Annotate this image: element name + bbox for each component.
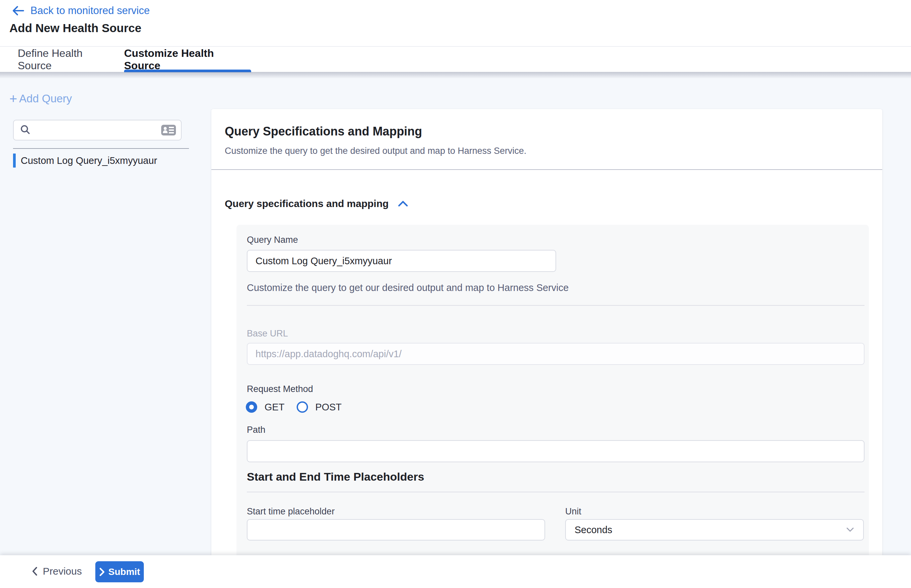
previous-button-label: Previous [43,565,82,577]
path-label: Path [247,425,265,435]
back-arrow-icon [12,5,24,16]
page-header: Back to monitored service Add New Health… [0,0,911,72]
base-url-label: Base URL [247,328,288,339]
query-name-input[interactable] [247,250,556,272]
radio-post-label: POST [315,402,342,413]
time-placeholders-title: Start and End Time Placeholders [247,470,424,483]
add-query-button[interactable]: + Add Query [10,92,72,105]
radio-option-get[interactable]: GET [246,401,284,413]
query-form-panel: Query Name Customize the query to get ou… [236,225,869,555]
unit-select[interactable]: Seconds [565,519,864,541]
query-item-label: Custom Log Query_i5xmyyuaur [21,155,157,166]
unit-label: Unit [565,506,581,517]
tab-customize-health-source[interactable]: Customize Health Source [124,47,251,72]
query-search-box [13,120,182,141]
card-header-divider [212,169,882,170]
chevron-down-icon [846,527,854,533]
request-method-radio-group: GET POST [246,401,342,413]
query-list-item[interactable]: Custom Log Query_i5xmyyuaur [13,153,189,168]
request-method-label: Request Method [247,384,313,394]
previous-button[interactable]: Previous [27,561,87,582]
section-header: Query specifications and mapping [225,198,409,209]
section-title: Query specifications and mapping [225,198,389,209]
add-query-label: Add Query [19,92,72,105]
selected-item-bar [13,153,16,168]
base-url-input[interactable] [247,343,864,365]
radio-option-post[interactable]: POST [297,401,342,413]
unit-select-value: Seconds [575,525,612,535]
chevron-left-icon [31,566,38,576]
page-title: Add New Health Source [10,21,142,35]
chevron-right-icon [99,567,105,577]
query-name-helper-text: Customize the query to get our desired o… [247,282,569,293]
radio-selected-icon[interactable] [246,401,257,413]
plus-icon: + [10,93,17,105]
submit-button-label: Submit [108,567,140,577]
card-title: Query Specifications and Mapping [225,124,422,139]
contact-card-icon[interactable] [161,124,176,136]
submit-button[interactable]: Submit [95,561,144,582]
card-subtitle: Customize the query to get the desired o… [225,146,527,156]
radio-get-label: GET [265,402,284,413]
chevron-up-icon[interactable] [397,199,409,208]
query-specifications-card: Query Specifications and Mapping Customi… [212,109,882,555]
header-shadow [0,72,911,79]
search-icon [20,124,31,136]
page: Back to monitored service Add New Health… [0,0,911,588]
form-divider-2 [247,492,864,492]
back-link-label: Back to monitored service [31,5,150,17]
start-time-placeholder-label: Start time placeholder [247,506,335,517]
sidebar-divider [13,148,189,149]
tab-define-health-source[interactable]: Define Health Source [18,47,114,72]
footer-bar: Previous Submit [0,555,911,588]
back-link[interactable]: Back to monitored service [12,5,150,17]
radio-unselected-icon[interactable] [297,401,308,413]
form-divider [247,305,864,306]
query-name-label: Query Name [247,235,298,245]
start-time-placeholder-input[interactable] [247,519,545,541]
search-input[interactable] [31,125,161,136]
path-input[interactable] [247,440,864,462]
